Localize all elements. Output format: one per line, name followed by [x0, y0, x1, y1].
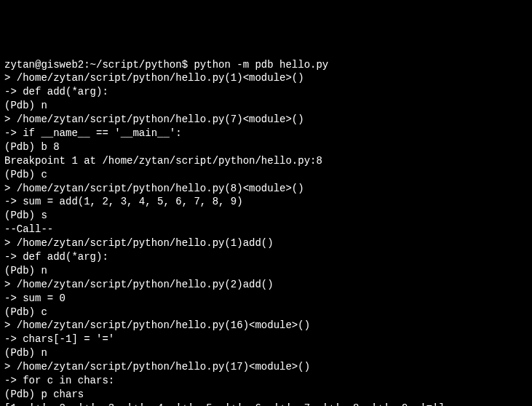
- terminal-line: (Pdb) p chars: [4, 388, 528, 402]
- terminal-line: --Call--: [4, 223, 528, 236]
- terminal-line: -> chars[-1] = '=': [4, 333, 528, 346]
- terminal-line: -> sum = add(1, 2, 3, 4, 5, 6, 7, 8, 9): [4, 195, 528, 209]
- terminal-line: (Pdb) b 8: [4, 140, 528, 154]
- terminal-line: (Pdb) n: [4, 346, 528, 360]
- terminal-line: (Pdb) n: [4, 99, 528, 113]
- terminal-line: (Pdb) n: [4, 264, 528, 278]
- terminal-line: -> for c in chars:: [4, 374, 528, 388]
- terminal-line: [1, '+', 2, '+', 3, '+', 4, '+', 5, '+',…: [4, 402, 528, 406]
- terminal-line: > /home/zytan/script/python/hello.py(7)<…: [4, 113, 528, 127]
- terminal-line: > /home/zytan/script/python/hello.py(16)…: [4, 319, 528, 333]
- terminal-line: > /home/zytan/script/python/hello.py(8)<…: [4, 182, 528, 196]
- terminal-line: > /home/zytan/script/python/hello.py(1)a…: [4, 236, 528, 250]
- terminal-line: (Pdb) s: [4, 209, 528, 223]
- terminal-line: -> def add(*arg):: [4, 250, 528, 264]
- terminal-line: > /home/zytan/script/python/hello.py(1)<…: [4, 71, 528, 85]
- terminal-line: zytan@gisweb2:~/script/python$ python -m…: [4, 58, 528, 72]
- terminal-line: Breakpoint 1 at /home/zytan/script/pytho…: [4, 154, 528, 168]
- terminal-line: -> if __name__ == '__main__':: [4, 127, 528, 140]
- terminal-output[interactable]: zytan@gisweb2:~/script/python$ python -m…: [4, 58, 528, 406]
- terminal-line: -> sum = 0: [4, 292, 528, 306]
- terminal-line: (Pdb) c: [4, 168, 528, 182]
- terminal-line: -> def add(*arg):: [4, 85, 528, 99]
- terminal-line: > /home/zytan/script/python/hello.py(17)…: [4, 360, 528, 374]
- terminal-line: (Pdb) c: [4, 306, 528, 319]
- terminal-line: > /home/zytan/script/python/hello.py(2)a…: [4, 278, 528, 292]
